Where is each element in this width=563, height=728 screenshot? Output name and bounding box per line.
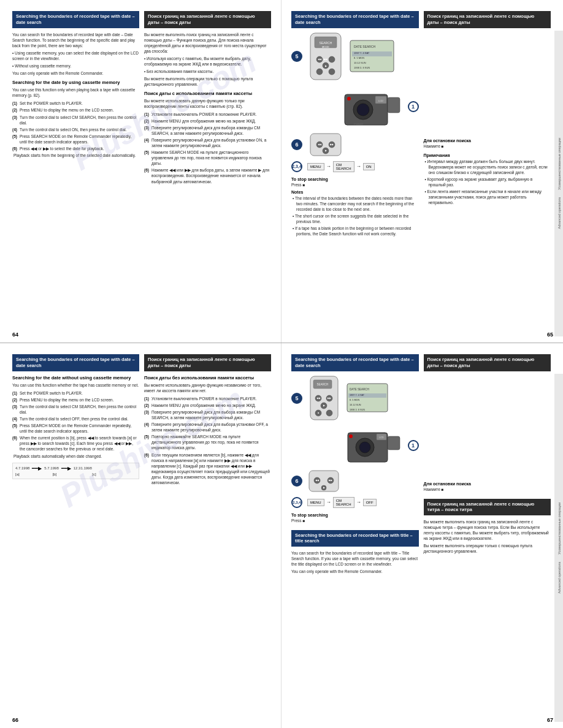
stop-label-en: To stop searching	[291, 177, 419, 181]
svg-point-7	[316, 69, 323, 75]
bottom-left-ru-col: Поиск границ на записанной ленте с помощ…	[144, 354, 271, 488]
bottom-left-sub1-ru: Поиск даты без использования памяти касс…	[144, 375, 271, 381]
top-left-ru-col: Поиск границ на записанной ленте с помощ…	[144, 11, 271, 187]
page: Plushive.com Plushive.com Searching the …	[0, 0, 563, 728]
b-diag-row-5: 5 SEARCH	[291, 375, 389, 422]
svg-text:8. 5 MON: 8. 5 MON	[350, 399, 360, 401]
camera-diagram-top: LCD POWER	[342, 85, 403, 129]
svg-text:DATE SEARCH: DATE SEARCH	[350, 388, 369, 391]
lcd-svg-top: DATE SEARCH 1997 7. 4 SAT 8. 5 MON 10.12…	[349, 39, 395, 73]
bottom-left-steps-ru: (1)Установите выключатель POWER в положе…	[144, 396, 271, 485]
title-search-intro-en: You can search for the boundaries of rec…	[291, 550, 419, 574]
svg-text:SEARCH: SEARCH	[317, 383, 329, 386]
notes-header-ru: Примечания	[424, 153, 551, 157]
svg-text:10.12 SUN: 10.12 SUN	[350, 404, 361, 406]
bottom-right-en-col: Searching the boundaries of recorded tap…	[291, 354, 419, 577]
sidebar-right-top: Advanced operations Усовершенствованные …	[554, 31, 563, 336]
arrow-1: →	[326, 164, 331, 169]
remote-diagram-top: SEARCH MODE ▶▶ ◀◀ ▶	[307, 32, 344, 82]
b-diag-num-234: 2,3,4	[291, 497, 302, 508]
svg-text:◀◀: ◀◀	[316, 397, 321, 400]
b-stop-label-en: To stop searching	[291, 513, 419, 517]
note-1-ru: • Интервал между датами должен быть боль…	[424, 159, 551, 175]
lcd-diagram: DATE SEARCH 1997 7. 4 SAT 8. 5 MON 10.12…	[349, 39, 395, 74]
svg-text:8. 5 MON: 8. 5 MON	[354, 56, 364, 59]
timeline-date-a: 4.7.1998	[15, 466, 29, 470]
page-number-64: 64	[12, 332, 18, 338]
svg-text:▶▶: ▶▶	[330, 143, 334, 146]
stop-press-ru: Нажмите ■	[424, 144, 551, 148]
top-left-sub1-ru: Поиск даты с использованием памяти кассе…	[144, 91, 271, 96]
title-search-header-ru: Поиск границ на записанной ленте с помощ…	[424, 499, 551, 516]
b-stop-search-ru: Для остановки поиска Нажмите ■	[424, 482, 551, 491]
top-right-two-col: Searching the boundaries of recorded tap…	[291, 11, 551, 238]
bottom-left-header-en: Searching the boundaries of recorded tap…	[12, 354, 139, 371]
timeline-labels: [a] [b] [c]	[15, 472, 136, 476]
bottom-left-steps-en: (1)Set the POWER switch to PLAYER. (2)Pr…	[12, 390, 139, 459]
svg-text:▶▶: ▶▶	[327, 397, 332, 400]
top-left-en-col: Searching the boundaries of recorded tap…	[12, 11, 139, 187]
b-camera-diagram: LCD	[345, 425, 403, 466]
b-stop-col-en: To stop searching Press ■	[291, 513, 419, 523]
title-search-header-en: Searching the boundaries of recorded tap…	[291, 530, 419, 547]
b-arrow-2: →	[356, 499, 361, 505]
title-search-section: Searching the boundaries of recorded tap…	[291, 530, 419, 575]
svg-rect-18	[352, 51, 392, 56]
diag-row-6: 6 ◀◀ ▶▶ ▶	[291, 132, 344, 157]
svg-point-41	[326, 410, 332, 416]
b-menu-box-1: MENU	[307, 499, 324, 506]
svg-rect-20	[388, 97, 400, 113]
top-left-header-en: Searching the boundaries of recorded tap…	[12, 11, 139, 28]
bottom-left-header-ru: Поиск границ на записанной ленте с помощ…	[144, 354, 271, 371]
svg-text:10.12 SUN: 10.12 SUN	[354, 61, 366, 64]
b-diag-row-234: 2,3,4 MENU → CMSEARCH → OFF	[291, 497, 377, 508]
page-number-67: 67	[547, 717, 553, 723]
b-diag-row-1: LCD 1	[345, 425, 419, 466]
stop-label-ru: Для остановки поиска	[424, 138, 551, 143]
tl-label-a: [a]	[15, 472, 20, 476]
timeline-date-c: 12.31.1998	[74, 466, 92, 470]
svg-text:LCD: LCD	[378, 99, 383, 102]
svg-text:■: ■	[318, 412, 319, 414]
b-remote-svg-top: SEARCH ▶▶ ◀◀ ▶ ■	[307, 375, 341, 421]
svg-text:MODE: MODE	[322, 45, 329, 48]
b-stop-label-ru: Для остановки поиска	[424, 482, 551, 486]
note-1-en: • The interval of the boundaries between…	[291, 195, 419, 212]
menu-box-2: CMSEARCH	[333, 161, 354, 172]
svg-point-59	[349, 434, 353, 438]
timeline-date-b: 5.7.1998	[44, 466, 58, 470]
notes-section-en: Notes • The interval of the boundaries b…	[291, 190, 419, 237]
bottom-half: Searching the boundaries of recorded tap…	[0, 343, 563, 728]
page-number-66: 66	[12, 717, 18, 723]
svg-point-26	[347, 97, 351, 100]
menu-box-1: MENU	[307, 163, 324, 170]
bottom-left-two-col: Searching the boundaries of recorded tap…	[12, 354, 271, 488]
top-right-header-ru: Поиск границ на записанной ленте с помощ…	[424, 11, 551, 28]
top-left-header-ru: Поиск границ на записанной ленте с помощ…	[144, 11, 271, 28]
diag-row-1: LCD POWER 1	[342, 85, 419, 129]
b-remote-bottom: ◀◀ ▶▶ ▶	[307, 469, 341, 493]
svg-text:LCD: LCD	[379, 436, 383, 439]
svg-text:SEARCH: SEARCH	[320, 41, 332, 45]
svg-rect-52	[348, 393, 386, 398]
top-left-intro-ru: Вы можете выполнять поиск границ на запи…	[144, 32, 271, 88]
b-stop-press-en: Press ■	[291, 518, 419, 523]
svg-point-8	[329, 69, 335, 75]
notes-header-en: Notes	[291, 190, 419, 194]
top-right-ru-col: Поиск границ на записанной ленте с помощ…	[424, 11, 551, 238]
diag-row-234: 2,3,4 MENU → CMSEARCH → ON	[291, 161, 375, 172]
top-left-steps-en: (1)Set the POWER switch to PLAYER. (2)Pr…	[12, 100, 139, 158]
page-66: Searching the boundaries of recorded tap…	[0, 343, 282, 728]
diag-num-5: 5	[291, 51, 302, 62]
bottom-right-two-col: Searching the boundaries of recorded tap…	[291, 354, 551, 577]
tl-label-b: [b]	[53, 472, 57, 476]
note-2-ru: • Короткий курсор на экране указывает да…	[424, 176, 551, 188]
svg-rect-54	[388, 436, 400, 450]
svg-text:1998 3. 8 SUN: 1998 3. 8 SUN	[350, 409, 365, 411]
top-half: Searching the boundaries of recorded tap…	[0, 0, 563, 343]
bottom-right-ds-header-ru: Поиск границ на записанной ленте с помощ…	[424, 354, 551, 371]
bottom-left-intro-en: You can use this function whether the ta…	[12, 382, 139, 388]
note-2-en: • The short cursor on the screen suggest…	[291, 213, 419, 224]
note-3-en: • If a tape has a blank portion in the b…	[291, 226, 419, 237]
svg-text:DATE SEARCH: DATE SEARCH	[354, 45, 376, 48]
